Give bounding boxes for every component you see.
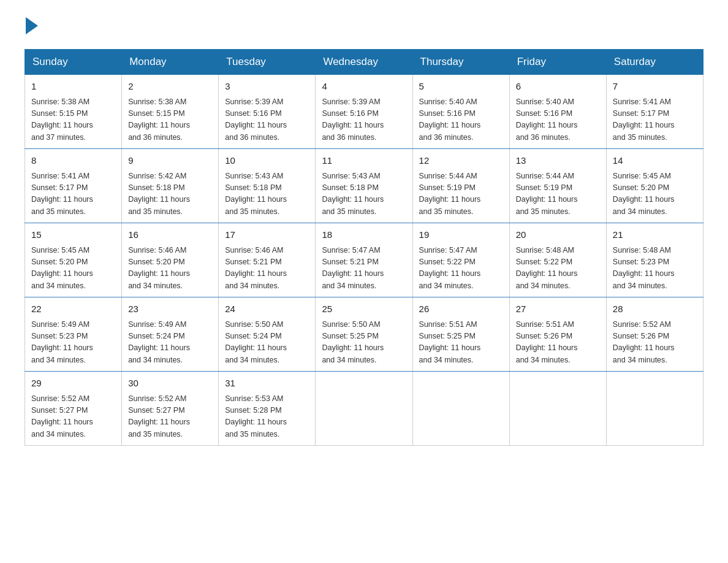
calendar-cell: 6Sunrise: 5:40 AMSunset: 5:16 PMDaylight… [509,75,606,149]
calendar-cell [606,372,703,446]
calendar-cell [316,372,412,446]
page-header [25,18,703,34]
calendar-week-row: 15Sunrise: 5:45 AMSunset: 5:20 PMDayligh… [25,223,703,297]
day-info: Sunrise: 5:38 AMSunset: 5:15 PMDaylight:… [128,96,212,144]
calendar-cell: 13Sunrise: 5:44 AMSunset: 5:19 PMDayligh… [509,149,606,223]
calendar-cell: 7Sunrise: 5:41 AMSunset: 5:17 PMDaylight… [606,75,703,149]
day-number: 28 [613,302,697,316]
day-info: Sunrise: 5:41 AMSunset: 5:17 PMDaylight:… [31,170,115,218]
calendar-cell: 3Sunrise: 5:39 AMSunset: 5:16 PMDaylight… [219,75,316,149]
calendar-cell: 11Sunrise: 5:43 AMSunset: 5:18 PMDayligh… [316,149,412,223]
day-info: Sunrise: 5:52 AMSunset: 5:27 PMDaylight:… [128,393,212,441]
calendar-cell: 26Sunrise: 5:51 AMSunset: 5:25 PMDayligh… [412,297,509,372]
day-info: Sunrise: 5:43 AMSunset: 5:18 PMDaylight:… [322,170,406,218]
calendar-week-row: 22Sunrise: 5:49 AMSunset: 5:23 PMDayligh… [25,297,703,372]
day-info: Sunrise: 5:42 AMSunset: 5:18 PMDaylight:… [128,170,212,218]
day-number: 30 [128,377,212,391]
day-number: 11 [322,154,406,168]
calendar-cell [412,372,509,446]
day-number: 7 [613,80,697,94]
day-info: Sunrise: 5:47 AMSunset: 5:21 PMDaylight:… [322,245,406,293]
day-number: 3 [225,80,309,94]
day-number: 17 [225,228,309,242]
day-number: 31 [225,377,309,391]
calendar-cell: 22Sunrise: 5:49 AMSunset: 5:23 PMDayligh… [25,297,122,372]
calendar-cell: 17Sunrise: 5:46 AMSunset: 5:21 PMDayligh… [219,223,316,297]
calendar-cell: 8Sunrise: 5:41 AMSunset: 5:17 PMDaylight… [25,149,122,223]
calendar-cell: 23Sunrise: 5:49 AMSunset: 5:24 PMDayligh… [122,297,219,372]
calendar-week-row: 1Sunrise: 5:38 AMSunset: 5:15 PMDaylight… [25,75,703,149]
calendar-cell: 21Sunrise: 5:48 AMSunset: 5:23 PMDayligh… [606,223,703,297]
day-number: 8 [31,154,115,168]
calendar-week-row: 8Sunrise: 5:41 AMSunset: 5:17 PMDaylight… [25,149,703,223]
calendar-cell: 31Sunrise: 5:53 AMSunset: 5:28 PMDayligh… [219,372,316,446]
calendar-cell: 15Sunrise: 5:45 AMSunset: 5:20 PMDayligh… [25,223,122,297]
day-number: 9 [128,154,212,168]
column-header-friday: Friday [509,50,606,75]
calendar-cell: 25Sunrise: 5:50 AMSunset: 5:25 PMDayligh… [316,297,412,372]
day-number: 24 [225,302,309,316]
column-header-saturday: Saturday [606,50,703,75]
day-info: Sunrise: 5:50 AMSunset: 5:24 PMDaylight:… [225,319,309,367]
day-number: 23 [128,302,212,316]
day-number: 12 [419,154,503,168]
calendar-cell: 16Sunrise: 5:46 AMSunset: 5:20 PMDayligh… [122,223,219,297]
day-info: Sunrise: 5:44 AMSunset: 5:19 PMDaylight:… [516,170,600,218]
day-info: Sunrise: 5:41 AMSunset: 5:17 PMDaylight:… [613,96,697,144]
day-number: 29 [31,377,115,391]
day-number: 10 [225,154,309,168]
day-info: Sunrise: 5:39 AMSunset: 5:16 PMDaylight:… [225,96,309,144]
day-number: 19 [419,228,503,242]
calendar-cell: 5Sunrise: 5:40 AMSunset: 5:16 PMDaylight… [412,75,509,149]
day-number: 20 [516,228,600,242]
day-info: Sunrise: 5:46 AMSunset: 5:20 PMDaylight:… [128,245,212,293]
day-info: Sunrise: 5:48 AMSunset: 5:22 PMDaylight:… [516,245,600,293]
day-info: Sunrise: 5:49 AMSunset: 5:23 PMDaylight:… [31,319,115,367]
calendar-cell: 20Sunrise: 5:48 AMSunset: 5:22 PMDayligh… [509,223,606,297]
calendar-cell: 29Sunrise: 5:52 AMSunset: 5:27 PMDayligh… [25,372,122,446]
calendar-cell: 9Sunrise: 5:42 AMSunset: 5:18 PMDaylight… [122,149,219,223]
calendar-cell: 2Sunrise: 5:38 AMSunset: 5:15 PMDaylight… [122,75,219,149]
calendar-cell: 14Sunrise: 5:45 AMSunset: 5:20 PMDayligh… [606,149,703,223]
day-info: Sunrise: 5:51 AMSunset: 5:26 PMDaylight:… [516,319,600,367]
column-header-wednesday: Wednesday [316,50,412,75]
day-info: Sunrise: 5:45 AMSunset: 5:20 PMDaylight:… [613,170,697,218]
day-number: 13 [516,154,600,168]
day-info: Sunrise: 5:40 AMSunset: 5:16 PMDaylight:… [516,96,600,144]
calendar-cell: 30Sunrise: 5:52 AMSunset: 5:27 PMDayligh… [122,372,219,446]
day-info: Sunrise: 5:44 AMSunset: 5:19 PMDaylight:… [419,170,503,218]
calendar-cell: 1Sunrise: 5:38 AMSunset: 5:15 PMDaylight… [25,75,122,149]
day-info: Sunrise: 5:50 AMSunset: 5:25 PMDaylight:… [322,319,406,367]
day-info: Sunrise: 5:52 AMSunset: 5:26 PMDaylight:… [613,319,697,367]
day-number: 25 [322,302,406,316]
calendar-cell [509,372,606,446]
day-number: 2 [128,80,212,94]
day-number: 27 [516,302,600,316]
logo [25,18,38,34]
day-info: Sunrise: 5:49 AMSunset: 5:24 PMDaylight:… [128,319,212,367]
calendar-week-row: 29Sunrise: 5:52 AMSunset: 5:27 PMDayligh… [25,372,703,446]
day-number: 21 [613,228,697,242]
calendar-cell: 19Sunrise: 5:47 AMSunset: 5:22 PMDayligh… [412,223,509,297]
calendar-cell: 28Sunrise: 5:52 AMSunset: 5:26 PMDayligh… [606,297,703,372]
calendar-cell: 10Sunrise: 5:43 AMSunset: 5:18 PMDayligh… [219,149,316,223]
calendar-cell: 12Sunrise: 5:44 AMSunset: 5:19 PMDayligh… [412,149,509,223]
day-number: 26 [419,302,503,316]
day-info: Sunrise: 5:38 AMSunset: 5:15 PMDaylight:… [31,96,115,144]
calendar-table: SundayMondayTuesdayWednesdayThursdayFrid… [25,49,703,446]
day-number: 5 [419,80,503,94]
day-number: 22 [31,302,115,316]
calendar-header-row: SundayMondayTuesdayWednesdayThursdayFrid… [25,50,703,75]
day-number: 15 [31,228,115,242]
calendar-cell: 4Sunrise: 5:39 AMSunset: 5:16 PMDaylight… [316,75,412,149]
day-info: Sunrise: 5:48 AMSunset: 5:23 PMDaylight:… [613,245,697,293]
day-info: Sunrise: 5:53 AMSunset: 5:28 PMDaylight:… [225,393,309,441]
day-number: 14 [613,154,697,168]
calendar-cell: 24Sunrise: 5:50 AMSunset: 5:24 PMDayligh… [219,297,316,372]
day-info: Sunrise: 5:45 AMSunset: 5:20 PMDaylight:… [31,245,115,293]
day-info: Sunrise: 5:51 AMSunset: 5:25 PMDaylight:… [419,319,503,367]
day-info: Sunrise: 5:39 AMSunset: 5:16 PMDaylight:… [322,96,406,144]
column-header-tuesday: Tuesday [219,50,316,75]
day-number: 4 [322,80,406,94]
calendar-cell: 18Sunrise: 5:47 AMSunset: 5:21 PMDayligh… [316,223,412,297]
